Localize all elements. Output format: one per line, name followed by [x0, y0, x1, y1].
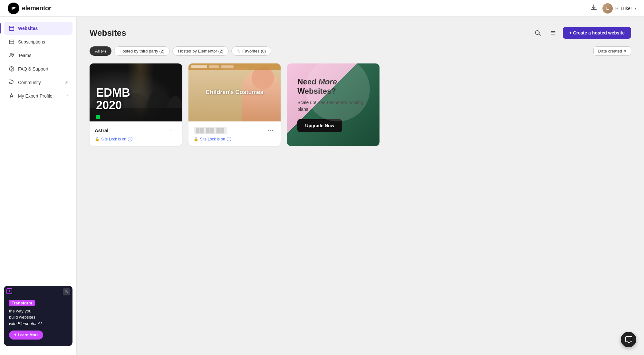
svg-rect-5	[9, 40, 14, 44]
card-title-row: Astral ⋯	[95, 126, 177, 134]
sidebar-item-expert[interactable]: My Expert Profile ↗	[4, 90, 72, 102]
svg-point-6	[10, 54, 12, 55]
promo-highlight: Transform	[9, 300, 35, 306]
logo-icon	[8, 3, 19, 14]
promo-body: the way you build websites with Elemento…	[9, 308, 67, 327]
websites-icon	[8, 25, 15, 32]
sidebar-item-label: Subscriptions	[18, 39, 45, 44]
filter-third-party-button[interactable]: Hosted by third party (2)	[114, 46, 170, 56]
lock-icon: 🔒	[95, 137, 100, 141]
site-lock-badge: 🔒 Site Lock is on i	[95, 137, 177, 141]
site-card-astral[interactable]: EDMB2020 Astral ⋯ 🔒 Site Lock is on i	[90, 63, 182, 146]
filters-bar: All (4) Hosted by third party (2) Hosted…	[90, 46, 631, 56]
main-content: Websites + Create a hosted website	[77, 17, 644, 355]
sort-area: Date created ▾	[593, 46, 631, 56]
username-label: Hi Luke!	[615, 6, 632, 11]
sidebar-item-faq[interactable]: FAQ & Support	[4, 62, 72, 75]
user-menu[interactable]: L Hi Luke! ▾	[602, 3, 636, 14]
sidebar-item-teams[interactable]: Teams	[4, 49, 72, 62]
teams-icon	[8, 52, 15, 59]
card-thumbnail: Handmade Luxury Children's Costumes	[188, 63, 281, 121]
sidebar-item-label: Community	[18, 80, 41, 85]
svg-rect-2	[13, 7, 16, 8]
site-name-blurred: ██ ██ ██	[194, 127, 227, 134]
sidebar: Websites Subscriptions	[0, 17, 77, 355]
promo-learn-more-button[interactable]: ✦ Learn More	[9, 331, 43, 340]
faq-icon	[8, 66, 15, 72]
card-thumbnail: EDMB2020	[90, 63, 182, 121]
astral-thumbnail: EDMB2020	[90, 63, 182, 121]
search-button[interactable]	[532, 27, 543, 39]
sidebar-item-label: Websites	[18, 26, 38, 31]
svg-point-9	[535, 31, 539, 34]
expert-icon	[8, 93, 15, 99]
sort-button[interactable]: Date created ▾	[593, 46, 631, 56]
sidebar-item-label: My Expert Profile	[18, 93, 53, 99]
sort-chevron-icon: ▾	[624, 49, 626, 53]
sites-grid: EDMB2020 Astral ⋯ 🔒 Site Lock is on i	[90, 63, 380, 146]
promo-edit-icon: ✎	[63, 288, 70, 295]
avatar: L	[602, 3, 613, 14]
filter-all-button[interactable]: All (4)	[90, 46, 111, 56]
external-link-icon: ↗	[65, 94, 68, 98]
community-icon	[8, 79, 15, 86]
topnav: elementor L Hi Luke! ▾	[0, 0, 644, 17]
user-chevron-icon: ▾	[634, 6, 636, 11]
filter-elementor-button[interactable]: Hosted by Elementor (2)	[172, 46, 229, 56]
site-name: Astral	[95, 128, 109, 133]
main-header: Websites + Create a hosted website	[90, 27, 631, 39]
info-icon[interactable]: i	[128, 137, 132, 141]
sidebar-promo-banner[interactable]: ✦ ✎ Transform the way you build websites…	[4, 286, 72, 346]
sidebar-item-label: Teams	[18, 53, 31, 58]
logo-text: elementor	[22, 5, 51, 12]
svg-rect-1	[12, 7, 13, 10]
star-icon: ☆	[237, 49, 241, 53]
filter-favorites-button[interactable]: ☆ Favorites (0)	[231, 46, 271, 56]
sidebar-item-subscriptions[interactable]: Subscriptions	[4, 35, 72, 48]
site-lock-badge: 🔒 Site Lock is on i	[194, 137, 276, 141]
external-link-icon: ↗	[65, 80, 68, 85]
card-title-row: ██ ██ ██ ⋯	[194, 126, 276, 134]
card-footer: ██ ██ ██ ⋯ 🔒 Site Lock is on i	[188, 121, 281, 146]
main-actions: + Create a hosted website	[532, 27, 631, 39]
promo-card: Need More Websites? Scale up! See Elemen…	[287, 63, 380, 146]
sidebar-item-community[interactable]: Community ↗	[4, 76, 72, 89]
promo-corner-icon: ✦	[6, 288, 12, 294]
info-icon[interactable]: i	[227, 137, 231, 141]
chat-button[interactable]	[621, 332, 636, 347]
sidebar-nav: Websites Subscriptions	[0, 22, 76, 102]
promo-circle-decoration	[305, 63, 370, 121]
lock-icon: 🔒	[194, 137, 198, 141]
costumes-title-text: Children's Costumes	[206, 89, 263, 96]
sidebar-item-label: FAQ & Support	[18, 66, 48, 72]
download-icon[interactable]	[590, 4, 597, 13]
astral-status-dot	[96, 115, 100, 119]
subscriptions-icon	[8, 39, 15, 45]
costumes-thumbnail: Handmade Luxury Children's Costumes	[188, 63, 281, 121]
logo[interactable]: elementor	[8, 3, 51, 14]
layout: Websites Subscriptions	[0, 17, 644, 355]
site-card-costumes[interactable]: Handmade Luxury Children's Costumes ██	[188, 63, 281, 146]
svg-point-8	[9, 67, 14, 71]
list-view-button[interactable]	[547, 27, 559, 39]
astral-title-text: EDMB2020	[96, 86, 130, 112]
topnav-right: L Hi Luke! ▾	[590, 3, 636, 14]
sidebar-item-websites[interactable]: Websites	[4, 22, 72, 35]
card-menu-button[interactable]: ⋯	[167, 126, 177, 134]
svg-rect-4	[9, 26, 14, 31]
card-footer: Astral ⋯ 🔒 Site Lock is on i	[90, 121, 182, 146]
card-menu-button[interactable]: ⋯	[266, 126, 275, 134]
page-title: Websites	[90, 28, 126, 38]
create-website-button[interactable]: + Create a hosted website	[563, 27, 631, 39]
svg-rect-3	[13, 8, 15, 9]
